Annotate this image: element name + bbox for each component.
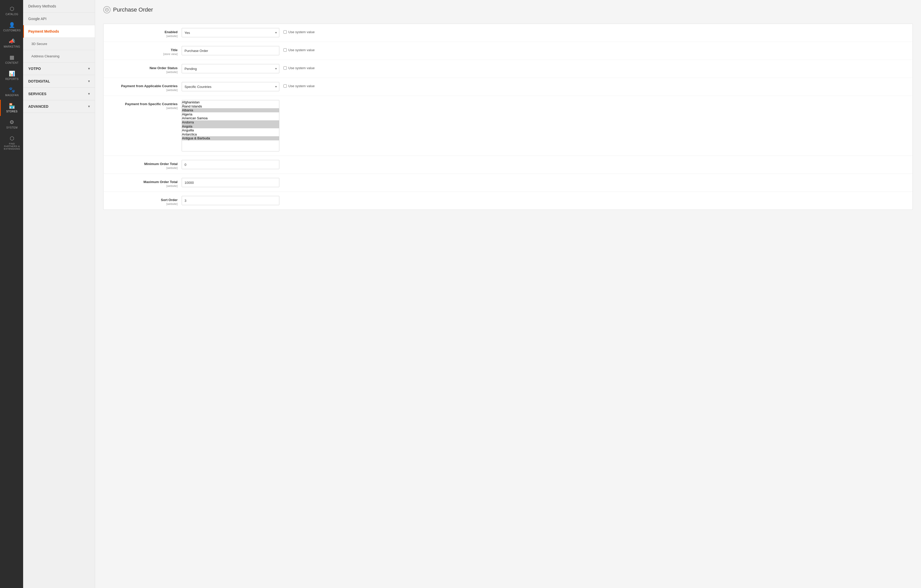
- reports-icon: 📊: [9, 70, 15, 77]
- label-enabled: Enabled [website]: [110, 28, 182, 37]
- use-system-value-title[interactable]: Use system value: [283, 46, 315, 52]
- applicable-countries-select[interactable]: All Allowed Countries Specific Countries: [182, 82, 279, 91]
- system-icon: ⚙: [10, 119, 15, 125]
- country-algeria[interactable]: Algeria: [182, 112, 279, 116]
- sidebar-section-dotdigital-header[interactable]: DOTDIGITAL ▾: [23, 75, 95, 88]
- sidebar-secondary: Delivery Methods Google API Payment Meth…: [23, 0, 95, 588]
- collapse-button[interactable]: [103, 6, 111, 13]
- chevron-down-icon: ▾: [88, 67, 89, 70]
- sidebar-item-content[interactable]: ▦ CONTENT: [0, 51, 23, 67]
- catalog-icon: ⬡: [10, 6, 15, 12]
- field-title: Title [store view] Use system value: [104, 42, 913, 60]
- sidebar-item-delivery-methods[interactable]: Delivery Methods: [23, 0, 95, 13]
- chevron-down-icon: ▾: [88, 92, 89, 96]
- use-system-checkbox-enabled[interactable]: [283, 30, 287, 34]
- sidebar-section-yotpo-header[interactable]: YOTPO ▾: [23, 62, 95, 75]
- country-afghanistan[interactable]: Afghanistan: [182, 100, 279, 104]
- maximum-order-total-input[interactable]: [182, 178, 279, 187]
- magefan-icon: 🐾: [9, 86, 15, 93]
- sidebar-section-yotpo: YOTPO ▾: [23, 62, 95, 75]
- label-sort-order: Sort Order [website]: [110, 196, 182, 205]
- sidebar-item-find-partners[interactable]: ⬡ FIND PARTNERS & EXTENSIONS: [0, 132, 23, 153]
- sidebar-item-stores[interactable]: 🏪 STORES: [0, 100, 23, 116]
- field-maximum-order-total: Maximum Order Total [website]: [104, 174, 913, 192]
- field-new-order-status: New Order Status [website] Pending Proce…: [104, 60, 913, 78]
- sidebar-item-marketing[interactable]: 📣 MARKETING: [0, 35, 23, 51]
- control-minimum-order-total: [182, 160, 906, 169]
- chevron-down-icon: ▾: [88, 80, 89, 83]
- country-angola[interactable]: Angola: [182, 124, 279, 129]
- sidebar-item-google-api[interactable]: Google API: [23, 13, 95, 25]
- form-section: Enabled [website] Yes No ▾ Use system va…: [103, 24, 913, 210]
- main-content: Purchase Order Enabled [website] Yes No …: [95, 0, 921, 588]
- marketing-icon: 📣: [9, 38, 15, 44]
- control-specific-countries: Afghanistan Åland Islands Albania Algeri…: [182, 100, 906, 151]
- sidebar-section-advanced-header[interactable]: ADVANCED ▾: [23, 100, 95, 112]
- sort-order-input[interactable]: [182, 196, 279, 205]
- field-minimum-order-total: Minimum Order Total [website]: [104, 156, 913, 174]
- find-partners-icon: ⬡: [10, 135, 15, 142]
- collapse-icon: [105, 8, 109, 11]
- use-system-checkbox-new-order-status[interactable]: [283, 66, 287, 70]
- control-enabled: Yes No ▾ Use system value: [182, 28, 906, 37]
- customers-icon: 👤: [9, 22, 15, 28]
- country-albania[interactable]: Albania: [182, 108, 279, 112]
- sidebar-item-system[interactable]: ⚙ SYSTEM: [0, 116, 23, 132]
- new-order-status-select[interactable]: Pending Processing Complete: [182, 64, 279, 73]
- content-icon: ▦: [10, 54, 15, 60]
- sidebar-item-3d-secure[interactable]: 3D Secure: [23, 38, 95, 50]
- control-applicable-countries: All Allowed Countries Specific Countries…: [182, 82, 906, 91]
- sidebar-item-payment-methods[interactable]: Payment Methods: [23, 25, 95, 38]
- country-antigua-barbuda[interactable]: Antigua & Barbuda: [182, 136, 279, 140]
- field-applicable-countries: Payment from Applicable Countries [websi…: [104, 78, 913, 96]
- control-title: Use system value: [182, 46, 906, 55]
- control-sort-order: [182, 196, 906, 205]
- field-sort-order: Sort Order [website]: [104, 192, 913, 210]
- sidebar-section-services: SERVICES ▾: [23, 88, 95, 100]
- sidebar-item-catalog[interactable]: ⬡ CATALOG: [0, 3, 23, 19]
- use-system-value-enabled[interactable]: Use system value: [283, 28, 315, 34]
- label-applicable-countries: Payment from Applicable Countries [websi…: [110, 82, 182, 91]
- applicable-countries-select-wrapper: All Allowed Countries Specific Countries…: [182, 82, 279, 91]
- use-system-value-applicable-countries[interactable]: Use system value: [283, 82, 315, 88]
- stores-icon: 🏪: [9, 103, 15, 109]
- use-system-value-new-order-status[interactable]: Use system value: [283, 64, 315, 70]
- sidebar-item-magefan[interactable]: 🐾 MAGEFAN: [0, 83, 23, 100]
- sidebar-section-advanced: ADVANCED ▾: [23, 100, 95, 113]
- field-specific-countries: Payment from Specific Countries [website…: [104, 96, 913, 156]
- specific-countries-listbox[interactable]: Afghanistan Åland Islands Albania Algeri…: [182, 100, 279, 151]
- sidebar-item-customers[interactable]: 👤 CUSTOMERS: [0, 19, 23, 35]
- field-enabled: Enabled [website] Yes No ▾ Use system va…: [104, 24, 913, 42]
- chevron-down-icon: ▾: [88, 105, 89, 108]
- label-new-order-status: New Order Status [website]: [110, 64, 182, 73]
- section-header: Purchase Order: [103, 6, 913, 18]
- sidebar-item-reports[interactable]: 📊 REPORTS: [0, 67, 23, 83]
- control-maximum-order-total: [182, 178, 906, 187]
- use-system-checkbox-applicable-countries[interactable]: [283, 84, 287, 88]
- sidebar-nav: ⬡ CATALOG 👤 CUSTOMERS 📣 MARKETING ▦ CONT…: [0, 0, 23, 588]
- label-minimum-order-total: Minimum Order Total [website]: [110, 160, 182, 169]
- sidebar-section-services-header[interactable]: SERVICES ▾: [23, 88, 95, 100]
- page-title: Purchase Order: [113, 7, 153, 13]
- sidebar-item-address-cleansing[interactable]: Address Cleansing: [23, 50, 95, 62]
- label-maximum-order-total: Maximum Order Total [website]: [110, 178, 182, 187]
- country-antarctica[interactable]: Antarctica: [182, 132, 279, 137]
- country-american-samoa[interactable]: American Samoa: [182, 116, 279, 121]
- use-system-checkbox-title[interactable]: [283, 48, 287, 52]
- label-specific-countries: Payment from Specific Countries [website…: [110, 100, 182, 109]
- label-title: Title [store view]: [110, 46, 182, 55]
- enabled-select[interactable]: Yes No: [182, 28, 279, 37]
- country-anguilla[interactable]: Anguilla: [182, 128, 279, 132]
- country-andorra[interactable]: Andorra: [182, 121, 279, 124]
- minimum-order-total-input[interactable]: [182, 160, 279, 169]
- control-new-order-status: Pending Processing Complete ▾ Use system…: [182, 64, 906, 73]
- new-order-status-select-wrapper: Pending Processing Complete ▾: [182, 64, 279, 73]
- enabled-select-wrapper: Yes No ▾: [182, 28, 279, 37]
- sidebar-section-dotdigital: DOTDIGITAL ▾: [23, 75, 95, 88]
- title-input[interactable]: [182, 46, 279, 55]
- country-aland-islands[interactable]: Åland Islands: [182, 104, 279, 109]
